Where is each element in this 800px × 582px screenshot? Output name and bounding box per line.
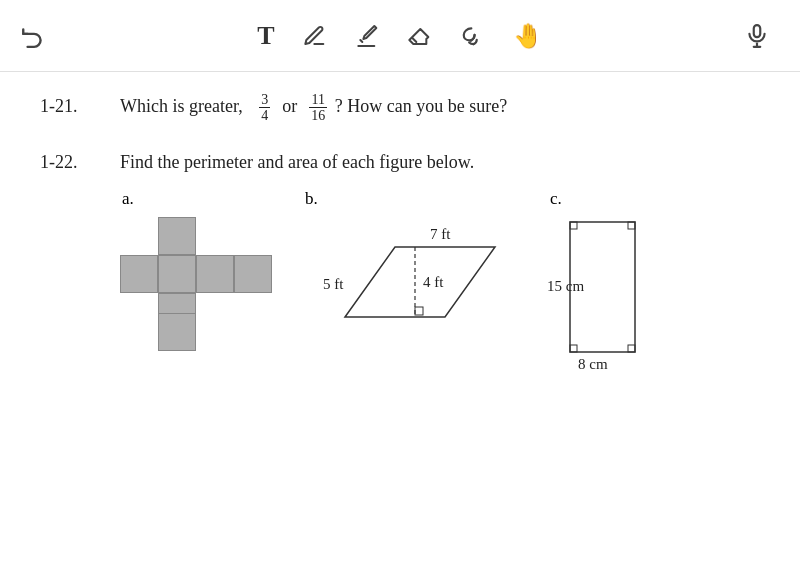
grid-cell-r2c0	[120, 255, 158, 293]
problem-1-21-connector: or	[282, 96, 297, 116]
fraction-11-16-numerator: 11	[309, 92, 326, 108]
problem-1-22-number: 1-22.	[40, 152, 120, 173]
svg-text:15 cm: 15 cm	[547, 278, 584, 294]
problem-1-21-text-after: ? How can you be sure?	[335, 96, 507, 116]
hand-tool-button[interactable]: 🤚	[513, 22, 543, 50]
figure-b-label: b.	[305, 189, 318, 209]
figure-c-label: c.	[550, 189, 562, 209]
toolbar: T	[0, 0, 800, 72]
problem-1-21-text: Which is greater, 3 4 or 11 16 ? How can…	[120, 92, 507, 124]
problem-1-22-text: Find the perimeter and area of each figu…	[120, 152, 474, 173]
grid-cell-r2c1	[158, 255, 196, 293]
rectangle-svg: 15 cm 8 cm	[545, 217, 665, 372]
fraction-3-4: 3 4	[259, 92, 270, 124]
svg-rect-11	[628, 222, 635, 229]
svg-rect-10	[570, 222, 577, 229]
svg-rect-13	[628, 345, 635, 352]
fraction-11-16: 11 16	[309, 92, 327, 124]
figure-a-shape	[120, 217, 265, 352]
highlighter-tool-button[interactable]	[355, 24, 379, 48]
fraction-3-4-denominator: 4	[259, 108, 270, 123]
figures-row: a. b.	[120, 189, 760, 362]
problem-1-21: 1-21. Which is greater, 3 4 or 11 16 ? H…	[40, 92, 760, 124]
parallelogram-svg: 7 ft 5 ft 4 ft	[305, 217, 505, 347]
svg-text:5 ft: 5 ft	[323, 276, 344, 292]
undo-button[interactable]	[20, 23, 46, 49]
svg-text:4 ft: 4 ft	[423, 274, 444, 290]
problem-1-21-text-before: Which is greater,	[120, 96, 243, 116]
figure-c-shape: 15 cm 8 cm	[545, 217, 665, 362]
microphone-button[interactable]	[744, 23, 770, 49]
problem-1-21-number: 1-21.	[40, 96, 120, 117]
toolbar-right	[744, 23, 770, 49]
problem-1-22: 1-22. Find the perimeter and area of eac…	[40, 152, 760, 173]
svg-rect-5	[415, 307, 423, 315]
svg-text:8 cm: 8 cm	[578, 356, 608, 372]
figure-b: b. 7 ft 5 ft 4 ft	[305, 189, 505, 347]
figure-a-label: a.	[122, 189, 134, 209]
grid-cell-r1c1	[158, 217, 196, 255]
figure-a: a.	[120, 189, 265, 352]
fraction-11-16-denominator: 16	[309, 108, 327, 123]
svg-text:7 ft: 7 ft	[430, 226, 451, 242]
svg-rect-12	[570, 345, 577, 352]
svg-rect-0	[754, 25, 761, 37]
grid-cell-r2c2	[196, 255, 234, 293]
grid-cell-r4c1	[158, 313, 196, 351]
main-content: 1-21. Which is greater, 3 4 or 11 16 ? H…	[0, 72, 800, 582]
text-tool-button[interactable]: T	[257, 21, 274, 51]
pen-tool-button[interactable]	[303, 24, 327, 48]
toolbar-center: T	[257, 21, 542, 51]
figure-c: c. 15 cm 8 cm	[545, 189, 665, 362]
figure-b-shape: 7 ft 5 ft 4 ft	[305, 217, 505, 347]
grid-cell-r2c3	[234, 255, 272, 293]
lasso-tool-button[interactable]	[459, 23, 485, 49]
toolbar-left	[20, 23, 46, 49]
fraction-3-4-numerator: 3	[259, 92, 270, 108]
eraser-tool-button[interactable]	[407, 24, 431, 48]
